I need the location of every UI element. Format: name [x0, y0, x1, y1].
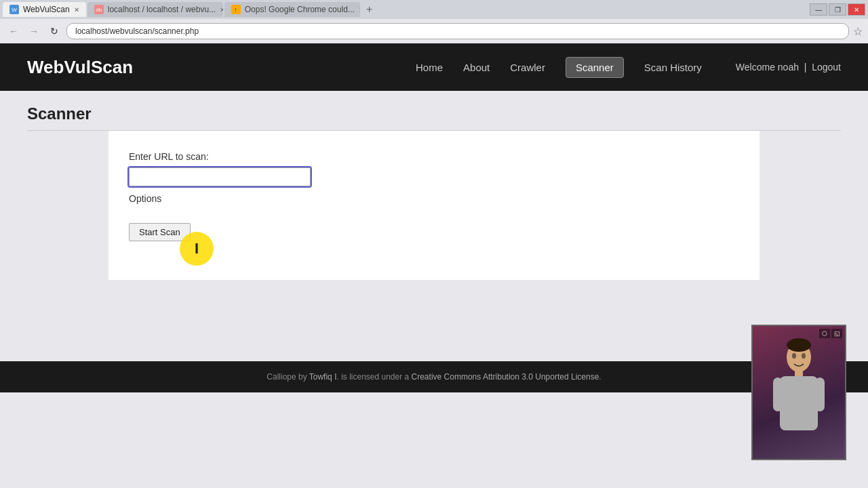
svg-point-3 — [792, 353, 796, 359]
footer-author-link[interactable]: Towfiq I — [309, 372, 337, 382]
svg-rect-2 — [780, 376, 818, 430]
below-footer-area — [0, 392, 868, 488]
page-title-area: Scanner — [0, 91, 868, 130]
maximize-button[interactable]: ❐ — [829, 3, 846, 16]
below-main-area — [0, 280, 868, 361]
footer-license-link[interactable]: Creative Commons Attribution 3.0 Unporte… — [412, 372, 599, 382]
content-sidebar-left — [0, 131, 108, 280]
url-input[interactable] — [129, 167, 311, 186]
main-content: Enter URL to scan: Options Start Scan — [0, 131, 868, 280]
options-label: Options — [129, 193, 739, 204]
tab-2-favicon: db — [94, 5, 104, 14]
bookmark-icon[interactable]: ☆ — [853, 25, 863, 38]
site-nav: Home About Crawler Scanner Scan History … — [416, 57, 841, 78]
video-control-1[interactable]: ⬡ — [819, 329, 830, 338]
nav-scan-history[interactable]: Scan History — [644, 62, 702, 73]
address-input[interactable] — [66, 23, 849, 39]
site-header: WebVulScan Home About Crawler Scanner Sc… — [0, 43, 868, 91]
page-content: WebVulScan Home About Crawler Scanner Sc… — [0, 43, 868, 488]
nav-crawler[interactable]: Crawler — [510, 62, 545, 73]
start-scan-button[interactable]: Start Scan — [129, 223, 191, 241]
tab-3-label: Oops! Google Chrome could... — [245, 5, 355, 14]
svg-rect-7 — [815, 378, 825, 411]
tab-3-favicon: ! — [231, 5, 241, 14]
tab-3-close[interactable]: ✕ — [359, 6, 360, 14]
video-controls-bar: ⬡ ◱ — [819, 329, 842, 338]
window-controls: — ❐ ✕ — [810, 3, 865, 16]
video-overlay: ⬡ ◱ — [751, 325, 846, 460]
logout-link[interactable]: Logout — [812, 62, 841, 73]
close-window-button[interactable]: ✕ — [848, 3, 865, 16]
tab-2-close[interactable]: ✕ — [220, 6, 223, 14]
url-label: Enter URL to scan: — [129, 151, 739, 162]
nav-about[interactable]: About — [463, 62, 490, 73]
person-silhouette — [772, 338, 826, 447]
video-control-2[interactable]: ◱ — [831, 329, 842, 338]
tab-3[interactable]: ! Oops! Google Chrome could... ✕ — [224, 2, 360, 17]
footer-text-end: . — [599, 372, 601, 382]
nav-scanner[interactable]: Scanner — [566, 57, 624, 78]
address-bar: ← → ↻ ☆ — [0, 19, 868, 43]
new-tab-button[interactable]: + — [361, 2, 378, 17]
site-footer: Calliope by Towfiq I. is licensed under … — [0, 361, 868, 392]
title-bar: W WebVulScan ✕ db localhost / localhost … — [0, 0, 868, 19]
minimize-button[interactable]: — — [810, 3, 827, 16]
video-content — [753, 326, 845, 459]
forward-button[interactable]: → — [26, 23, 42, 39]
svg-point-4 — [802, 353, 806, 359]
footer-text-before: Calliope by — [267, 372, 309, 382]
tab-1[interactable]: W WebVulScan ✕ — [3, 2, 86, 17]
tab-1-close[interactable]: ✕ — [74, 6, 79, 14]
page-title: Scanner — [27, 104, 841, 123]
footer-text-middle: . is licensed under a — [336, 372, 411, 382]
nav-home[interactable]: Home — [416, 62, 443, 73]
page-wrapper: W WebVulScan ✕ db localhost / localhost … — [0, 0, 868, 488]
nav-user: Welcome noah | Logout — [736, 62, 841, 73]
tab-2-label: localhost / localhost / webvu... — [108, 5, 216, 14]
content-sidebar-right — [760, 131, 868, 280]
svg-rect-6 — [773, 378, 783, 411]
content-area: Enter URL to scan: Options Start Scan — [108, 131, 760, 280]
site-logo: WebVulScan — [27, 57, 133, 78]
tab-2[interactable]: db localhost / localhost / webvu... ✕ — [87, 2, 223, 17]
welcome-text: Welcome noah — [736, 62, 799, 73]
svg-point-5 — [787, 338, 811, 352]
tab-1-label: WebVulScan — [23, 5, 70, 14]
refresh-button[interactable]: ↻ — [46, 23, 62, 39]
back-button[interactable]: ← — [5, 23, 22, 39]
tab-1-favicon: W — [9, 5, 19, 14]
